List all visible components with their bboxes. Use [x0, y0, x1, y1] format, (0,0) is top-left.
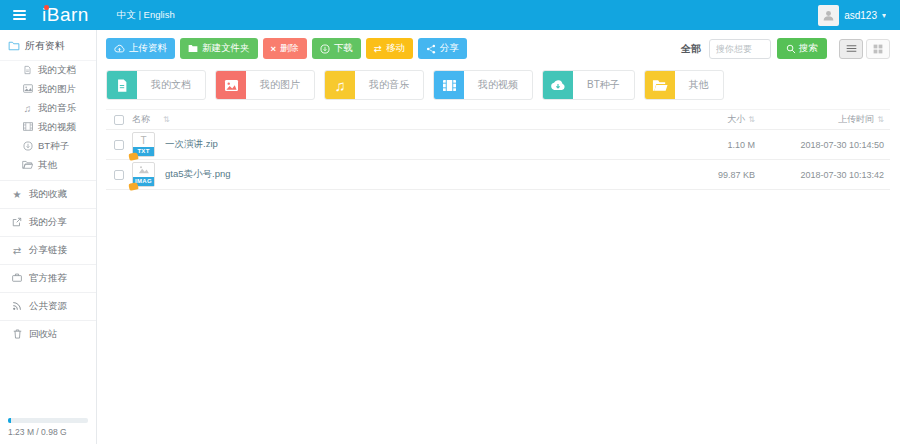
user-icon: [822, 9, 835, 22]
film-icon: [22, 122, 33, 133]
sort-name-icon[interactable]: ⇅: [163, 115, 170, 124]
sidebar-item-public-resources[interactable]: 公共资源: [0, 292, 96, 320]
film-icon: [434, 70, 464, 100]
view-toggle-group: [839, 39, 890, 59]
user-menu[interactable]: asd123 ▾: [818, 5, 886, 26]
username: asd123: [844, 10, 877, 21]
menu-icon[interactable]: [0, 10, 38, 20]
row-checkbox[interactable]: [114, 140, 124, 150]
sidebar-item-my-favorites[interactable]: ★ 我的收藏: [0, 180, 96, 208]
x-icon: ×: [271, 43, 277, 54]
tab-my-pictures[interactable]: 我的图片: [215, 70, 315, 100]
folder-icon: [188, 44, 198, 53]
upload-button[interactable]: 上传资料: [106, 38, 175, 59]
move-icon: ⇄: [374, 43, 382, 54]
file-thumbnail: T TXT: [132, 132, 155, 157]
app-header: iBarn 中文 | English asd123 ▾: [0, 0, 900, 30]
row-checkbox[interactable]: [114, 170, 124, 180]
cloud-down-icon: [543, 70, 573, 100]
tab-my-music[interactable]: ♫ 我的音乐: [324, 70, 424, 100]
table-row[interactable]: T TXT 一次演讲.zip 1.10 M 2018-07-30 10:14:5…: [106, 130, 890, 160]
circle-down-icon: [22, 141, 33, 153]
sidebar-item-recycle-bin[interactable]: 回收站: [0, 320, 96, 348]
sort-size-icon[interactable]: ⇅: [748, 115, 755, 124]
new-folder-button[interactable]: 新建文件夹: [180, 38, 258, 59]
file-upload-time: 2018-07-30 10:14:50: [755, 140, 890, 150]
sidebar-item-share-links[interactable]: ⇄ 分享链接: [0, 236, 96, 264]
circle-down-icon: [320, 44, 330, 54]
folder-open-icon: [22, 160, 33, 171]
list-view-button[interactable]: [839, 39, 863, 59]
move-button[interactable]: ⇄ 移动: [366, 38, 413, 59]
file-icon: [107, 70, 137, 100]
storage-progress-fill: [8, 418, 11, 423]
tab-my-videos[interactable]: 我的视频: [433, 70, 533, 100]
sidebar-item-my-music[interactable]: ♫ 我的音乐: [0, 99, 96, 118]
column-header-name: 名称: [132, 113, 150, 126]
table-header-row: 名称 ⇅ 大小⇅ 上传时间⇅: [106, 109, 890, 130]
search-input[interactable]: [709, 39, 771, 59]
grid-icon: [873, 44, 883, 54]
file-size: 99.87 KB: [660, 170, 755, 180]
file-table: 名称 ⇅ 大小⇅ 上传时间⇅ T TXT 一次: [106, 109, 890, 190]
exchange-icon: ⇄: [11, 246, 23, 256]
app-logo[interactable]: iBarn: [42, 4, 89, 26]
file-size: 1.10 M: [660, 140, 755, 150]
shared-hand-icon: [128, 182, 138, 191]
storage-progress-bar: [8, 418, 88, 423]
music-icon: ♫: [22, 104, 33, 114]
sidebar-item-my-docs[interactable]: 我的文档: [0, 61, 96, 80]
briefcase-icon: [11, 273, 23, 284]
sidebar-item-my-shares[interactable]: 我的分享: [0, 208, 96, 236]
avatar: [818, 5, 839, 26]
tab-my-docs[interactable]: 我的文档: [106, 70, 206, 100]
trash-icon: [11, 329, 23, 341]
thumbnail-letter: T: [140, 133, 146, 148]
sidebar: 所有资料 我的文档 我的图片 ♫ 我的音乐 我的视频 BT种子 其他 ★: [0, 30, 97, 444]
column-header-size: 大小: [727, 114, 745, 124]
rss-icon: [11, 301, 23, 313]
thumbnail-image-icon: [138, 163, 150, 178]
sort-time-icon[interactable]: ⇅: [877, 115, 884, 124]
table-row[interactable]: IMAG gta5卖小号.png 99.87 KB 2018-07-30 10:…: [106, 160, 890, 190]
sidebar-item-my-videos[interactable]: 我的视频: [0, 118, 96, 137]
image-icon: [216, 70, 246, 100]
sidebar-item-official-picks[interactable]: 官方推荐: [0, 264, 96, 292]
main-content: 上传资料 新建文件夹 × 删除 下载 ⇄ 移动 分享: [98, 30, 900, 444]
list-icon: [846, 44, 857, 53]
search-button[interactable]: 搜索: [777, 38, 827, 59]
file-name[interactable]: gta5卖小号.png: [165, 168, 230, 181]
sidebar-item-other[interactable]: 其他: [0, 156, 96, 175]
music-icon: ♫: [325, 70, 355, 100]
category-tabs: 我的文档 我的图片 ♫ 我的音乐 我的视频 BT种子 其他: [106, 70, 890, 100]
file-thumbnail: IMAG: [132, 162, 155, 187]
language-switch[interactable]: 中文 | English: [117, 9, 175, 22]
image-icon: [22, 84, 33, 95]
search-icon: [786, 44, 796, 54]
logo-text: iBarn: [42, 4, 89, 25]
select-all-checkbox[interactable]: [114, 115, 124, 125]
filter-all-dropdown[interactable]: 全部: [681, 42, 701, 56]
folder-icon: [8, 40, 20, 52]
tab-bt-seeds[interactable]: BT种子: [542, 70, 635, 100]
share-button[interactable]: 分享: [418, 38, 467, 59]
grid-view-button[interactable]: [866, 39, 890, 59]
storage-usage-text: 1.23 M / 0.98 G: [8, 427, 88, 437]
sidebar-item-all-files[interactable]: 所有资料: [0, 30, 96, 61]
sidebar-item-bt-seeds[interactable]: BT种子: [0, 137, 96, 156]
delete-button[interactable]: × 删除: [263, 38, 308, 59]
tab-other[interactable]: 其他: [644, 70, 724, 100]
file-name[interactable]: 一次演讲.zip: [165, 138, 218, 151]
cloud-upload-icon: [114, 44, 125, 53]
column-header-time: 上传时间: [838, 114, 874, 124]
chevron-down-icon: ▾: [882, 11, 886, 20]
download-button[interactable]: 下载: [312, 38, 361, 59]
app-window: iBarn 中文 | English asd123 ▾ 所有资料 我的文档 我的…: [0, 0, 900, 444]
star-icon: ★: [11, 190, 23, 200]
folder-open-icon: [645, 70, 675, 100]
file-icon: [22, 65, 33, 77]
external-link-icon: [11, 217, 23, 229]
sidebar-item-my-pictures[interactable]: 我的图片: [0, 80, 96, 99]
file-upload-time: 2018-07-30 10:13:42: [755, 170, 890, 180]
logo-red-dot-icon: [44, 5, 49, 10]
